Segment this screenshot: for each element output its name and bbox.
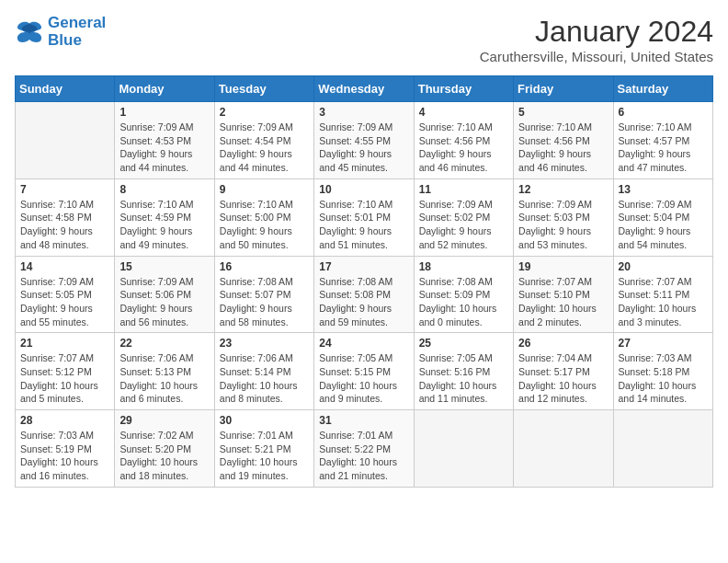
week-row-1: 1Sunrise: 7:09 AM Sunset: 4:53 PM Daylig… [16, 102, 713, 179]
day-info: Sunrise: 7:07 AM Sunset: 5:12 PM Dayligh… [20, 351, 109, 406]
calendar-cell: 17Sunrise: 7:08 AM Sunset: 5:08 PM Dayli… [314, 256, 414, 333]
calendar-cell: 11Sunrise: 7:09 AM Sunset: 5:02 PM Dayli… [414, 178, 513, 256]
calendar-cell: 18Sunrise: 7:08 AM Sunset: 5:09 PM Dayli… [414, 256, 513, 333]
day-info: Sunrise: 7:09 AM Sunset: 5:05 PM Dayligh… [20, 275, 109, 329]
day-number: 28 [20, 414, 109, 427]
logo-line1: General [48, 15, 106, 32]
week-row-5: 28Sunrise: 7:03 AM Sunset: 5:19 PM Dayli… [16, 410, 713, 488]
day-number: 11 [419, 183, 508, 196]
calendar-cell: 21Sunrise: 7:07 AM Sunset: 5:12 PM Dayli… [16, 333, 115, 410]
day-number: 30 [220, 414, 309, 427]
day-info: Sunrise: 7:10 AM Sunset: 4:58 PM Dayligh… [20, 198, 109, 252]
day-info: Sunrise: 7:10 AM Sunset: 4:59 PM Dayligh… [119, 198, 209, 252]
day-info: Sunrise: 7:10 AM Sunset: 4:56 PM Dayligh… [419, 121, 508, 175]
day-number: 9 [220, 183, 309, 196]
day-number: 16 [220, 260, 309, 273]
calendar-cell: 2Sunrise: 7:09 AM Sunset: 4:54 PM Daylig… [214, 102, 313, 179]
day-info: Sunrise: 7:06 AM Sunset: 5:13 PM Dayligh… [119, 351, 209, 406]
weekday-header-sunday: Sunday [16, 76, 115, 102]
page-header: General Blue January 2024 Caruthersville… [15, 15, 713, 64]
day-number: 21 [20, 337, 109, 350]
calendar-cell: 29Sunrise: 7:02 AM Sunset: 5:20 PM Dayli… [115, 410, 214, 488]
day-number: 23 [220, 337, 309, 350]
calendar-cell: 26Sunrise: 7:04 AM Sunset: 5:17 PM Dayli… [514, 333, 613, 410]
weekday-header-wednesday: Wednesday [314, 76, 414, 102]
calendar-cell: 4Sunrise: 7:10 AM Sunset: 4:56 PM Daylig… [414, 102, 513, 179]
day-info: Sunrise: 7:09 AM Sunset: 5:03 PM Dayligh… [518, 198, 608, 252]
calendar-cell: 8Sunrise: 7:10 AM Sunset: 4:59 PM Daylig… [115, 178, 214, 256]
weekday-header-thursday: Thursday [414, 76, 513, 102]
day-info: Sunrise: 7:02 AM Sunset: 5:20 PM Dayligh… [119, 429, 209, 483]
logo-icon [15, 17, 44, 47]
logo-text-block: General Blue [48, 15, 106, 49]
weekday-header-saturday: Saturday [613, 76, 712, 102]
day-number: 17 [319, 260, 408, 273]
calendar-cell: 30Sunrise: 7:01 AM Sunset: 5:21 PM Dayli… [214, 410, 313, 488]
day-info: Sunrise: 7:03 AM Sunset: 5:18 PM Dayligh… [619, 351, 708, 406]
day-number: 8 [119, 183, 209, 196]
day-number: 12 [518, 183, 608, 196]
calendar-cell [514, 410, 613, 488]
day-info: Sunrise: 7:01 AM Sunset: 5:22 PM Dayligh… [319, 429, 408, 483]
calendar-cell: 24Sunrise: 7:05 AM Sunset: 5:15 PM Dayli… [314, 333, 414, 410]
day-number: 19 [518, 260, 608, 273]
day-info: Sunrise: 7:10 AM Sunset: 4:56 PM Dayligh… [518, 121, 608, 175]
day-info: Sunrise: 7:03 AM Sunset: 5:19 PM Dayligh… [20, 429, 109, 483]
day-number: 24 [319, 337, 408, 350]
day-number: 31 [319, 414, 408, 427]
day-number: 6 [619, 106, 708, 119]
day-number: 3 [319, 106, 408, 119]
day-info: Sunrise: 7:01 AM Sunset: 5:21 PM Dayligh… [220, 429, 309, 483]
day-number: 15 [119, 260, 209, 273]
day-info: Sunrise: 7:05 AM Sunset: 5:15 PM Dayligh… [319, 351, 408, 406]
calendar-cell: 28Sunrise: 7:03 AM Sunset: 5:19 PM Dayli… [16, 410, 115, 488]
week-row-2: 7Sunrise: 7:10 AM Sunset: 4:58 PM Daylig… [16, 178, 713, 256]
day-info: Sunrise: 7:09 AM Sunset: 5:06 PM Dayligh… [119, 275, 209, 329]
calendar-cell: 6Sunrise: 7:10 AM Sunset: 4:57 PM Daylig… [613, 102, 712, 179]
calendar-cell: 9Sunrise: 7:10 AM Sunset: 5:00 PM Daylig… [214, 178, 313, 256]
week-row-3: 14Sunrise: 7:09 AM Sunset: 5:05 PM Dayli… [16, 256, 713, 333]
calendar-cell: 10Sunrise: 7:10 AM Sunset: 5:01 PM Dayli… [314, 178, 414, 256]
calendar-cell [16, 102, 115, 179]
day-info: Sunrise: 7:07 AM Sunset: 5:10 PM Dayligh… [518, 275, 608, 329]
day-number: 25 [419, 337, 508, 350]
day-info: Sunrise: 7:08 AM Sunset: 5:09 PM Dayligh… [419, 275, 508, 329]
logo: General Blue [15, 15, 106, 49]
day-number: 10 [319, 183, 408, 196]
day-info: Sunrise: 7:04 AM Sunset: 5:17 PM Dayligh… [518, 351, 608, 406]
week-row-4: 21Sunrise: 7:07 AM Sunset: 5:12 PM Dayli… [16, 333, 713, 410]
calendar-cell [613, 410, 712, 488]
weekday-header-friday: Friday [514, 76, 613, 102]
day-number: 2 [220, 106, 309, 119]
calendar-cell: 15Sunrise: 7:09 AM Sunset: 5:06 PM Dayli… [115, 256, 214, 333]
calendar-cell: 14Sunrise: 7:09 AM Sunset: 5:05 PM Dayli… [16, 256, 115, 333]
day-info: Sunrise: 7:09 AM Sunset: 5:04 PM Dayligh… [619, 198, 708, 252]
calendar-cell: 27Sunrise: 7:03 AM Sunset: 5:18 PM Dayli… [613, 333, 712, 410]
day-info: Sunrise: 7:09 AM Sunset: 4:53 PM Dayligh… [119, 121, 209, 175]
day-info: Sunrise: 7:06 AM Sunset: 5:14 PM Dayligh… [220, 351, 309, 406]
month-title: January 2024 [480, 15, 713, 49]
day-info: Sunrise: 7:08 AM Sunset: 5:07 PM Dayligh… [220, 275, 309, 329]
location-title: Caruthersville, Missouri, United States [480, 49, 713, 64]
day-number: 7 [20, 183, 109, 196]
day-number: 13 [619, 183, 708, 196]
title-block: January 2024 Caruthersville, Missouri, U… [480, 15, 713, 64]
calendar-cell [414, 410, 513, 488]
day-info: Sunrise: 7:09 AM Sunset: 4:55 PM Dayligh… [319, 121, 408, 175]
day-info: Sunrise: 7:10 AM Sunset: 5:01 PM Dayligh… [319, 198, 408, 252]
calendar-table: SundayMondayTuesdayWednesdayThursdayFrid… [15, 75, 713, 488]
day-info: Sunrise: 7:09 AM Sunset: 4:54 PM Dayligh… [220, 121, 309, 175]
calendar-cell: 1Sunrise: 7:09 AM Sunset: 4:53 PM Daylig… [115, 102, 214, 179]
day-info: Sunrise: 7:05 AM Sunset: 5:16 PM Dayligh… [419, 351, 508, 406]
day-number: 1 [119, 106, 209, 119]
calendar-cell: 23Sunrise: 7:06 AM Sunset: 5:14 PM Dayli… [214, 333, 313, 410]
day-number: 20 [619, 260, 708, 273]
day-number: 29 [119, 414, 209, 427]
calendar-cell: 7Sunrise: 7:10 AM Sunset: 4:58 PM Daylig… [16, 178, 115, 256]
calendar-header: SundayMondayTuesdayWednesdayThursdayFrid… [16, 76, 713, 102]
day-info: Sunrise: 7:10 AM Sunset: 4:57 PM Dayligh… [619, 121, 708, 175]
weekday-header-tuesday: Tuesday [214, 76, 313, 102]
day-info: Sunrise: 7:07 AM Sunset: 5:11 PM Dayligh… [619, 275, 708, 329]
day-number: 26 [518, 337, 608, 350]
day-info: Sunrise: 7:10 AM Sunset: 5:00 PM Dayligh… [220, 198, 309, 252]
